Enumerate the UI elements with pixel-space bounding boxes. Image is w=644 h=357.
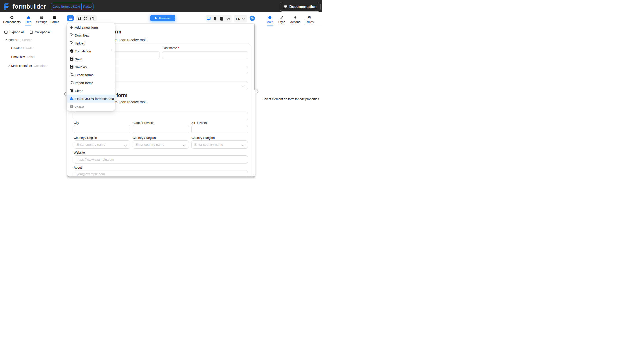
svg-text:AB: AB	[308, 16, 310, 19]
